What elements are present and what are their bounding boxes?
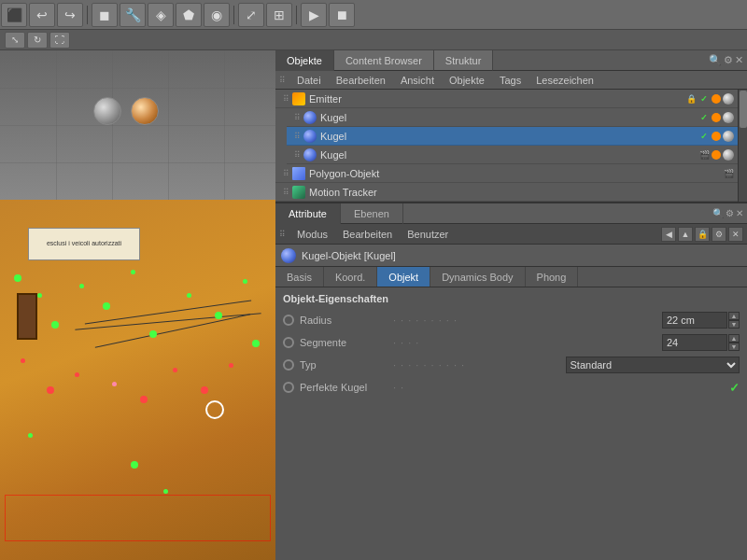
sep-1 bbox=[87, 6, 88, 24]
object-list-area: ⠿ Emitter 🔒 ✓ ⠿ Kugel ✓ bbox=[275, 90, 747, 202]
menu-objekte[interactable]: Objekte bbox=[442, 71, 492, 90]
sep-2 bbox=[233, 6, 234, 24]
prop-radio-typ[interactable] bbox=[283, 359, 294, 371]
prop-row-typ: Typ · · · · · · · · · · Standard bbox=[283, 355, 740, 375]
toolbar-btn-9[interactable]: ⊞ bbox=[266, 3, 292, 27]
obj-row-kugel2[interactable]: ⠿ Kugel ✓ bbox=[287, 127, 738, 146]
scale-icon[interactable]: ⛶ bbox=[49, 32, 70, 49]
tab-struktur[interactable]: Struktur bbox=[434, 50, 494, 71]
prop-label-radius: Radius bbox=[300, 315, 393, 326]
toolbar-btn-11[interactable]: ⏹ bbox=[329, 3, 355, 27]
object-title-bar: Kugel-Objekt [Kugel] bbox=[275, 245, 747, 267]
tab-ebenen[interactable]: Ebenen bbox=[341, 203, 403, 224]
toolbar-btn-7[interactable]: ◉ bbox=[204, 3, 230, 27]
toolbar-btn-2[interactable]: ↩ bbox=[29, 3, 55, 27]
viewport-main[interactable]: esclusi i veicoli autorizzati bbox=[0, 200, 275, 560]
spin-down-segmente[interactable]: ▼ bbox=[728, 343, 740, 351]
sphere-preview bbox=[723, 112, 734, 123]
prop-tab-objekt[interactable]: Objekt bbox=[377, 267, 430, 287]
sphere-preview bbox=[723, 149, 734, 161]
close-icon[interactable]: ✕ bbox=[735, 54, 743, 66]
menu-tags[interactable]: Tags bbox=[492, 71, 529, 90]
sphere-icon bbox=[303, 130, 317, 143]
attr-menu-modus[interactable]: Modus bbox=[289, 224, 335, 245]
tab-content-browser[interactable]: Content Browser bbox=[334, 50, 434, 71]
settings-icon[interactable]: ⚙ bbox=[724, 54, 733, 66]
menu-bearbeiten[interactable]: Bearbeiten bbox=[329, 71, 393, 90]
scrollbar-thumb[interactable] bbox=[740, 91, 747, 128]
drag-handle: ⠿ bbox=[283, 94, 289, 104]
obj-icons: ✓ bbox=[698, 112, 734, 123]
toolbar-btn-4[interactable]: 🔧 bbox=[120, 3, 146, 27]
3d-scene bbox=[0, 50, 275, 200]
scrollbar-v[interactable] bbox=[738, 90, 747, 202]
menu-datei[interactable]: Datei bbox=[289, 71, 329, 90]
nav-left[interactable]: ◀ bbox=[661, 227, 676, 242]
spin-up-radius[interactable]: ▲ bbox=[728, 312, 740, 320]
nav-up[interactable]: ▲ bbox=[678, 227, 693, 242]
toolbar-btn-5[interactable]: ◈ bbox=[148, 3, 174, 27]
obj-name-kugel1: Kugel bbox=[320, 112, 698, 123]
tab-objekte[interactable]: Objekte bbox=[275, 50, 334, 71]
prop-tab-phong[interactable]: Phong bbox=[526, 267, 579, 287]
nav-settings[interactable]: ⚙ bbox=[712, 227, 726, 242]
prop-spinner-radius: ▲ ▼ bbox=[728, 312, 740, 329]
obj-icons: ✓ bbox=[698, 131, 734, 142]
viewport-3d[interactable] bbox=[0, 50, 275, 200]
obj-row-emitter[interactable]: ⠿ Emitter 🔒 ✓ bbox=[275, 90, 738, 108]
obj-name-polygon: Polygon-Objekt bbox=[309, 168, 723, 179]
toolbar-btn-3[interactable]: ↪ bbox=[57, 3, 83, 27]
obj-row-kugel3[interactable]: ⠿ Kugel 🎬 bbox=[287, 146, 738, 164]
menu-ansicht[interactable]: Ansicht bbox=[393, 71, 442, 90]
sphere-preview bbox=[723, 93, 734, 105]
sign-text: esclusi i veicoli autorizzati bbox=[47, 240, 121, 247]
nav-lock[interactable]: 🔒 bbox=[695, 227, 710, 242]
prop-input-segmente[interactable] bbox=[662, 334, 727, 351]
toolbar-btn-10[interactable]: ▶ bbox=[301, 3, 327, 27]
drag-handle: ⠿ bbox=[294, 113, 301, 122]
object-list: ⠿ Emitter 🔒 ✓ ⠿ Kugel ✓ bbox=[275, 90, 738, 202]
prop-input-radius[interactable] bbox=[662, 312, 727, 329]
prop-tab-basis[interactable]: Basis bbox=[275, 267, 324, 287]
attr-menu-bearbeiten[interactable]: Bearbeiten bbox=[335, 224, 400, 245]
prop-radio-radius[interactable] bbox=[283, 315, 294, 326]
rotate-icon[interactable]: ↻ bbox=[27, 32, 48, 49]
prop-tab-dynamics[interactable]: Dynamics Body bbox=[430, 267, 525, 287]
prop-tab-koord[interactable]: Koord. bbox=[324, 267, 377, 287]
object-title-icon bbox=[281, 248, 296, 263]
left-panel: esclusi i veicoli autorizzati bbox=[0, 50, 275, 560]
grid-h bbox=[0, 125, 275, 126]
prop-radio-perfekte[interactable] bbox=[283, 382, 294, 393]
search-icon[interactable]: 🔍 bbox=[709, 54, 722, 66]
door bbox=[17, 293, 37, 340]
nav-close[interactable]: ✕ bbox=[728, 227, 743, 242]
search-icon-2[interactable]: 🔍 bbox=[712, 208, 724, 218]
spin-down-radius[interactable]: ▼ bbox=[728, 320, 740, 329]
menu-lesezeichen[interactable]: Lesezeichen bbox=[529, 71, 601, 90]
toolbar-btn-8[interactable]: ⤢ bbox=[238, 3, 264, 27]
obj-name-tracker: Motion Tracker bbox=[309, 187, 734, 198]
move-icon[interactable]: ⤡ bbox=[5, 32, 25, 49]
tab-attribute[interactable]: Attribute bbox=[275, 203, 341, 224]
sep-3 bbox=[296, 6, 297, 24]
prop-select-typ[interactable]: Standard bbox=[566, 357, 740, 373]
close-icon-2[interactable]: ✕ bbox=[736, 208, 743, 218]
spin-up-segmente[interactable]: ▲ bbox=[728, 334, 740, 343]
prop-row-perfekte: Perfekte Kugel · · ✓ bbox=[283, 377, 740, 398]
sphere-3d bbox=[93, 97, 121, 125]
prop-radio-segmente[interactable] bbox=[283, 337, 294, 348]
obj-row-tracker[interactable]: ⠿ Motion Tracker bbox=[275, 183, 738, 202]
property-tabs: Basis Koord. Objekt Dynamics Body Phong bbox=[275, 267, 747, 287]
toolbar-btn-1[interactable]: ⬛ bbox=[1, 3, 27, 27]
settings-icon-2[interactable]: ⚙ bbox=[726, 208, 734, 218]
obj-row-kugel1[interactable]: ⠿ Kugel ✓ bbox=[287, 108, 738, 127]
obj-icons: 🔒 ✓ bbox=[685, 93, 734, 105]
toolbar-btn-obj[interactable]: ◼ bbox=[92, 3, 118, 27]
sphere-icon bbox=[303, 111, 317, 124]
obj-row-polygon[interactable]: ⠿ Polygon-Objekt 🎬 bbox=[275, 164, 738, 183]
attr-menu-benutzer[interactable]: Benutzer bbox=[400, 224, 456, 245]
attr-nav: ◀ ▲ 🔒 ⚙ ✕ bbox=[661, 227, 743, 242]
toolbar-btn-6[interactable]: ⬟ bbox=[176, 3, 202, 27]
attr-menu-bar: ⠿ Modus Bearbeiten Benutzer ◀ ▲ 🔒 ⚙ ✕ bbox=[275, 224, 747, 245]
perfekte-kugel-check[interactable]: ✓ bbox=[729, 381, 740, 395]
